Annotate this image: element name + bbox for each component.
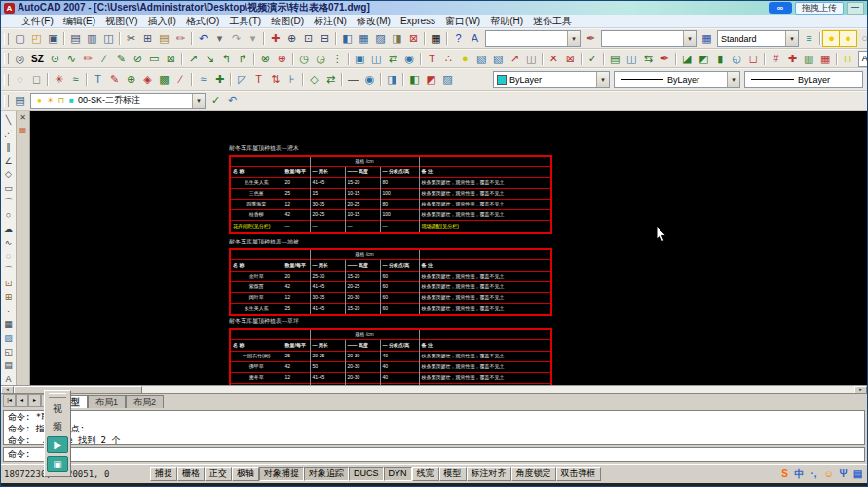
open-icon[interactable]: ◰ [28,31,45,46]
circle-icon[interactable]: ○ [2,208,15,222]
plot-icon[interactable]: ▤ [67,31,84,46]
calculator-icon[interactable]: ▦ [428,31,444,46]
redo-drop-icon[interactable]: ▾ [245,31,261,46]
r3-tool-16-icon[interactable]: ⊦ [283,72,300,87]
status-button[interactable]: DYN [384,467,412,481]
bulb-auto-icon[interactable]: ● [840,31,856,46]
dim-style-icon[interactable]: ✒ [583,31,599,46]
region-icon[interactable]: ◱ [2,345,15,358]
toolbar-grip[interactable] [4,74,9,86]
scroll-left-icon[interactable]: ◂ [1,386,14,393]
r2-tool-3-icon[interactable]: ▧ [490,52,507,66]
ellipse-icon[interactable]: ◌ [2,249,15,263]
scroll-right-icon[interactable]: ▸ [854,386,867,393]
r2-tool-11-icon[interactable]: ⇆ [640,52,657,66]
rec-grid-icon[interactable]: ▣ [47,456,68,472]
r3-tool-18-icon[interactable]: ⇄ [322,72,339,87]
r2-tool-19-icon[interactable]: ✚ [784,52,801,66]
r2-tool-5-icon[interactable]: ◫ [523,52,540,66]
r2-tool-14-icon[interactable]: ◩ [696,52,712,66]
tab-nav-button[interactable]: |◂ [3,394,16,407]
r2-tool-8-icon[interactable]: ✓ [585,52,601,66]
sz-tool-4-icon[interactable]: ∕ [96,52,113,66]
layer-properties-icon[interactable]: ▤ [12,94,28,108]
copy-icon[interactable]: ⊞ [139,31,156,46]
toolbar-grip[interactable] [4,53,9,64]
sz-tool-17-icon[interactable]: ⋮ [329,52,346,66]
chevron-down-icon[interactable]: ▼ [596,72,609,87]
layer-combo[interactable]: ●☀⊓■00-SK-二乔标注 ▼ [30,93,206,109]
netdisk-icon[interactable]: ∞ [769,2,792,14]
layer-lock-icon[interactable]: ⊓ [56,95,66,106]
command-window[interactable]: 命令: *取消*命令: 指定对角点:命令: _.erase 找到 2 个 命令: [1,408,867,464]
r2-tool-6-icon[interactable]: ✕ [546,52,562,66]
sz-tool-16-icon[interactable]: ◶ [313,52,329,66]
undo-icon[interactable]: ↶ [195,31,211,46]
line-icon[interactable]: ╲ [2,113,15,127]
bulb-on-icon[interactable]: ● [823,31,840,46]
layer-color-icon[interactable]: ■ [66,95,77,106]
table-style-icon[interactable]: ▦ [698,31,715,46]
publish-icon[interactable]: ◫ [100,31,117,46]
menu-item[interactable]: 文件(F) [17,15,58,28]
r2-tool-18-icon[interactable]: # [768,52,784,66]
rec-label-2-icon[interactable]: 频 [48,419,67,433]
bulb-off-icon[interactable]: ○ [856,31,867,46]
menu-item[interactable]: 插入(I) [142,15,180,28]
pan-icon[interactable]: ✚ [267,31,283,46]
drawing-canvas[interactable]: 耐冬车库屋顶种植表—灌木规格 /cm名 称数量/每平— 周长—— 高度— 分枝点… [30,111,867,385]
menu-item[interactable]: 格式(O) [181,15,224,28]
status-button[interactable]: 捕捉 [150,467,177,481]
r2-tool-10-icon[interactable]: ◫ [623,52,640,66]
r3-tool-2-icon[interactable]: ◻ [28,72,45,87]
match-properties-icon[interactable]: ✏ [172,31,189,46]
sz-tool-19-icon[interactable]: ◫ [368,52,385,66]
sz-tool-12-icon[interactable]: ↱ [235,52,251,66]
multiline-text-icon[interactable]: A [2,372,15,385]
revision-cloud-icon[interactable]: ☁ [2,222,15,236]
microphone-icon[interactable]: Ψ [837,468,849,480]
table-icon[interactable]: ▤ [2,358,15,372]
sz-tool-3-icon[interactable]: ✏ [80,52,96,66]
menu-item[interactable]: 迷你工具 [528,15,577,28]
polygon-icon[interactable]: ◇ [2,168,15,181]
zoom-realtime-icon[interactable]: ⊕ [283,31,300,46]
plot-preview-icon[interactable]: ▥ [84,31,100,46]
insert-block-icon[interactable]: ⊡ [2,277,15,290]
chevron-down-icon[interactable]: ▼ [727,72,739,87]
redo-icon[interactable]: ↷ [228,31,245,46]
rec-label-1-icon[interactable]: 视 [48,401,67,416]
sz-tool-13-icon[interactable]: ⊗ [257,52,274,66]
r3-tool-12-icon[interactable]: ✚ [211,72,228,87]
sz-tool-1-icon[interactable]: ⊙ [47,52,63,66]
gradient-icon[interactable]: ▨ [2,331,15,345]
sz-tool-8-icon[interactable]: ⊠ [163,52,179,66]
save-icon[interactable]: ▣ [45,31,61,46]
r3-tool-6-icon[interactable]: ✎ [106,72,123,87]
layer-states-icon[interactable]: ≡ [801,31,817,46]
layer-previous-icon[interactable]: ↶ [224,94,241,108]
r3-tool-10-icon[interactable]: ∕ [172,72,189,87]
help-icon[interactable]: ? [450,31,467,46]
workspace-combo[interactable]: AutoCAD 经典 ▼ [858,51,867,67]
chinese-mode-icon[interactable]: 中 [793,468,806,480]
sz-tool-20-icon[interactable]: ⇄ [385,52,401,66]
r3-tool-14-icon[interactable]: T [250,72,267,87]
r2-tool-22-icon[interactable]: ⊓ [840,52,856,66]
menu-item[interactable]: 标注(N) [309,15,352,28]
r3-tool-24-icon[interactable]: ▨ [439,72,456,87]
layer-sun-icon[interactable]: ☀ [45,95,56,106]
tab-nav-button[interactable]: ◂ [16,394,28,407]
sz-tool-9-icon[interactable]: ↗ [185,52,202,66]
sz-tool-18-icon[interactable]: ▣ [352,52,368,66]
r3-tool-8-icon[interactable]: ◈ [139,72,156,87]
status-button[interactable]: 模型 [439,467,467,481]
r3-tool-22-icon[interactable]: ◧ [406,72,423,87]
soft-keyboard-icon[interactable]: ▤ [851,468,864,480]
r2-tool-9-icon[interactable]: ▤ [607,52,623,66]
r2-tool-4-icon[interactable]: ↗ [507,52,523,66]
upload-button[interactable]: 拖拽上传 [795,2,844,15]
sz-tool-15-icon[interactable]: ◷ [296,52,313,66]
r2-tool-12-icon[interactable]: ✒ [657,52,673,66]
sz-settings-icon[interactable]: ◎ [12,52,28,66]
